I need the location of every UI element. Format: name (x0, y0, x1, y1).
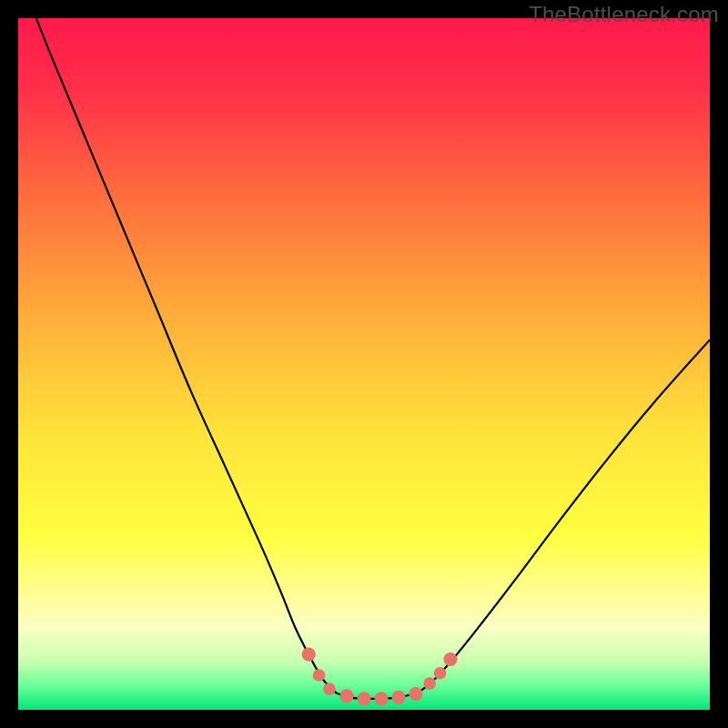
valley-marker (339, 689, 353, 703)
chart-background (18, 18, 710, 710)
outer-frame: TheBottleneck.com (0, 0, 728, 728)
watermark-text: TheBottleneck.com (529, 2, 719, 27)
valley-marker (374, 692, 388, 705)
valley-marker (302, 648, 316, 662)
bottleneck-chart (18, 18, 710, 710)
valley-marker (443, 652, 457, 666)
valley-marker (323, 682, 336, 695)
valley-marker (409, 687, 422, 701)
valley-marker (357, 692, 370, 705)
valley-marker (434, 667, 447, 680)
valley-marker (313, 669, 326, 682)
valley-marker (391, 691, 405, 704)
valley-marker (423, 677, 436, 690)
